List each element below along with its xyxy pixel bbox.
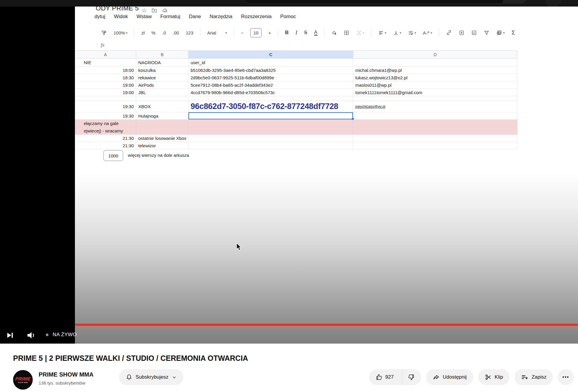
voice-search-button[interactable] (545, 0, 561, 7)
sheet-cell-D1[interactable] (353, 59, 517, 67)
sheet-cell-D8[interactable] (353, 112, 517, 120)
paint-format-icon[interactable] (101, 30, 107, 36)
menu-item-7[interactable]: Pomoc (280, 14, 296, 20)
functions-button[interactable]: Σ (511, 29, 515, 36)
sheet-cell-D3[interactable]: lukasz.wojtowicz13@o2.pl (353, 74, 517, 81)
sheet-cell-C2[interactable]: b51062db-3295-3ae4-85e6-cbd7aa3a8325 (189, 67, 353, 74)
share-button[interactable]: Udostępnij (426, 369, 473, 385)
menu-item-0[interactable]: dytuj (95, 14, 105, 20)
sheet-cell-B5[interactable]: JBL (136, 89, 189, 96)
zoom-select[interactable]: 100%▾ (114, 30, 127, 35)
sheet-cell-B3[interactable]: rekawice (136, 74, 189, 81)
move-folder-icon[interactable] (151, 7, 157, 13)
live-progress-bar[interactable] (75, 324, 578, 326)
subscribed-button[interactable]: Subskrybujesz (119, 369, 183, 385)
like-button[interactable]: 927 (369, 369, 399, 385)
menu-item-1[interactable]: Widok (114, 14, 128, 20)
channel-avatar[interactable]: PRIME SHOW MMA (13, 370, 33, 390)
sheet-cell-B1[interactable]: NAGRODA (136, 59, 189, 67)
currency-format-button[interactable]: zł (141, 30, 144, 35)
sheet-cell-C8[interactable] (189, 112, 353, 120)
menu-item-6[interactable]: Rozszerzenia (241, 14, 271, 20)
menu-item-4[interactable]: Dane (189, 14, 201, 20)
decrease-font-size-button[interactable]: − (241, 30, 244, 35)
menu-item-2[interactable]: Wstaw (136, 14, 152, 20)
insert-link-icon[interactable] (446, 30, 452, 36)
column-header-A[interactable]: A (75, 50, 136, 59)
sheet-cell-C12[interactable] (189, 142, 353, 149)
sheet-cell-A8[interactable]: 19:30 (75, 112, 136, 120)
sheet-cell-B6[interactable] (136, 96, 189, 101)
sheet-cell-A5[interactable]: 19:00 (75, 89, 136, 96)
sheet-cell-A7[interactable]: 19:30 (75, 101, 136, 112)
volume-button[interactable] (25, 330, 36, 341)
sheet-cell-D12[interactable] (353, 142, 517, 149)
sheet-cell-B12[interactable]: telewizor (136, 142, 189, 149)
text-color-button[interactable]: A (314, 30, 318, 36)
insert-chart-icon[interactable] (471, 30, 477, 36)
sheet-cell-C6[interactable] (189, 96, 353, 101)
font-size-input[interactable]: 10 (250, 28, 262, 37)
chevron-down-icon[interactable] (172, 374, 177, 380)
menu-item-5[interactable]: Narzędzia (210, 14, 233, 20)
horizontal-align-icon[interactable]: ▾ (378, 30, 386, 36)
sheet-cell-B8[interactable]: Hulajnoga (136, 112, 189, 120)
column-header-D[interactable]: D (353, 50, 517, 59)
bell-icon[interactable] (125, 374, 133, 381)
sheet-cell-D11[interactable] (353, 135, 517, 142)
text-rotation-icon[interactable]: A ▾ (423, 30, 432, 35)
star-icon[interactable]: ☆ (142, 7, 147, 14)
text-wrap-icon[interactable]: ▾ (408, 30, 416, 36)
percent-format-button[interactable]: % (151, 30, 155, 35)
sheet-cell-C1[interactable]: user_id (189, 59, 353, 67)
formula-bar[interactable]: fx (97, 42, 104, 48)
data-views-icon[interactable]: ▾ (496, 30, 505, 36)
sheet-cell-A4[interactable]: 19:00 (75, 81, 136, 89)
sheet-cell-C10[interactable] (189, 127, 353, 135)
bold-button[interactable]: B (285, 30, 289, 36)
search-input[interactable] (244, 0, 527, 4)
save-button[interactable]: Zapisz (514, 369, 553, 385)
sheet-cell-C9[interactable] (189, 120, 353, 127)
sheet-cell-D5[interactable]: tomek1111tomek1111@gmail.com (353, 89, 517, 96)
sheet-cell-B2[interactable]: koszulka (136, 67, 189, 74)
sheet-cell-C3[interactable]: 2d9bc5e0-0637-9925-511b-6dbaf00d899e (189, 74, 353, 81)
sheet-cell-B11[interactable]: ostatnie losowanie Xbox (136, 135, 189, 142)
vertical-align-icon[interactable]: ▾ (393, 30, 401, 36)
sheet-cell-D7[interactable]: joeychicago@vp.pl (353, 101, 517, 112)
sheet-cell-C7[interactable]: 96c862d7-3050-f87c-c762-877248df7728 (189, 101, 353, 112)
sheet-cell-A10[interactable]: ejwiecej) - wracamy (75, 127, 136, 135)
more-rows-input[interactable]: 1000 (103, 150, 123, 161)
filter-icon[interactable] (484, 30, 489, 36)
sheet-cell-B9[interactable] (136, 120, 189, 127)
dislike-button[interactable] (402, 369, 421, 385)
clip-button[interactable]: Klip (478, 369, 510, 385)
column-header-C[interactable]: C (189, 50, 353, 59)
column-header-B[interactable]: B (136, 50, 189, 59)
sheet-cell-C11[interactable] (189, 135, 353, 142)
increase-decimal-button[interactable]: .00 (173, 30, 179, 35)
sheet-cell-C4[interactable]: 5cee7912-08b4-ba65-ac2f-34addef343e2 (189, 81, 353, 89)
strikethrough-button[interactable]: S (304, 30, 307, 35)
sheet-cell-C5[interactable]: 4ccd7679-980b-966d-d85d-e703506c573c (189, 89, 353, 96)
sheet-cell-B7[interactable]: XBOX (136, 101, 189, 112)
sheet-cell-D2[interactable]: michal.chmara1@wp.pl (353, 67, 517, 74)
sheet-cell-A6[interactable] (75, 96, 136, 101)
sheet-cell-A12[interactable]: 21:30 (75, 142, 136, 149)
font-select[interactable]: Arial▾ (207, 30, 227, 35)
sheet-cell-D10[interactable] (353, 127, 517, 135)
sheet-cell-B4[interactable]: AirPods (136, 81, 189, 89)
sheet-cell-B10[interactable] (136, 127, 189, 135)
sheet-cell-D4[interactable]: maslos011@wp.pl (353, 81, 517, 89)
live-indicator[interactable]: NA ŻYWO (46, 332, 77, 338)
sheet-cell-A1[interactable]: NIE (75, 59, 136, 67)
insert-comment-icon[interactable] (459, 30, 464, 36)
more-actions-button[interactable]: ••• (558, 369, 574, 385)
sheet-cell-A2[interactable]: 18:00 (75, 67, 136, 74)
decrease-decimal-button[interactable]: .0 (162, 30, 166, 35)
sheet-cell-A11[interactable]: 21:30 (75, 135, 136, 142)
sheet-cell-D6[interactable] (353, 96, 517, 101)
channel-name[interactable]: PRIME SHOW MMA (39, 371, 93, 378)
more-formats-button[interactable]: 123 (186, 30, 193, 35)
increase-font-size-button[interactable]: + (268, 30, 271, 35)
